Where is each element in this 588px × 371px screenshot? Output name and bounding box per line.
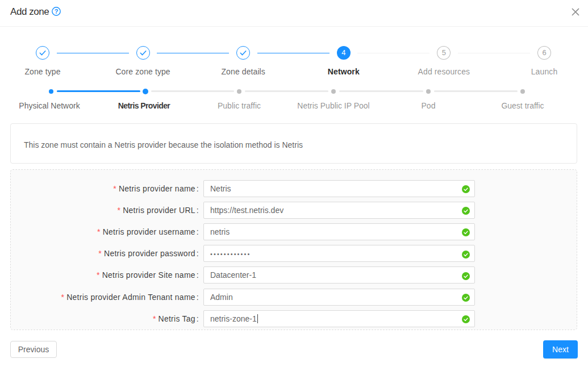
svg-text:?: ? xyxy=(54,7,58,14)
